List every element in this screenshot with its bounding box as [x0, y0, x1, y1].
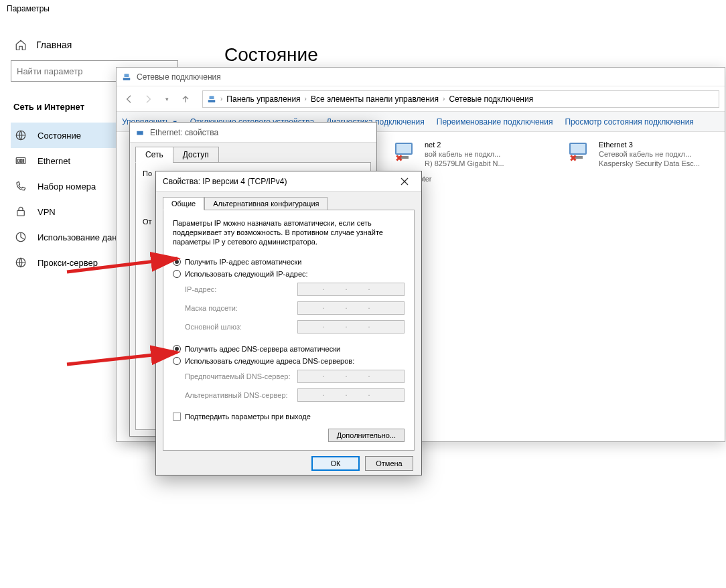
dropdown-history[interactable]: ▾ [159, 92, 174, 106]
radio-ip-manual[interactable]: Использовать следующий IP-адрес: [173, 268, 405, 280]
svg-rect-13 [210, 96, 214, 99]
radio-dns-auto[interactable]: Получить адрес DNS-сервера автоматически [173, 343, 405, 355]
ipv4-panel: Параметры IP можно назначать автоматичес… [163, 210, 415, 451]
svg-rect-4 [18, 159, 19, 163]
settings-title: Параметры [7, 4, 50, 13]
ipv4-tabs: Общие Альтернативная конфигурация [156, 192, 421, 210]
vpn-icon [15, 206, 27, 218]
settings-titlebar: Параметры [0, 0, 726, 20]
conn-status: вой кабель не подкл... [425, 149, 504, 159]
ipv4-title: Свойства: IP версии 4 (TCP/IPv4) [163, 177, 287, 186]
page-heading: Состояние [224, 44, 706, 66]
gateway-input[interactable]: . . . [297, 320, 405, 334]
ipv4-properties-dialog: Свойства: IP версии 4 (TCP/IPv4) Общие А… [155, 171, 422, 475]
dns-alt-input[interactable]: . . . [297, 388, 405, 402]
ethernet-icon [135, 128, 145, 137]
conn-adapter: R) 82579LM Gigabit N... [425, 159, 504, 168]
ip-address-input[interactable]: . . . [297, 283, 405, 296]
tab-network[interactable]: Сеть [135, 147, 173, 163]
tab-general[interactable]: Общие [163, 197, 204, 210]
chevron-right-icon: › [305, 95, 307, 102]
network-icon [207, 94, 216, 104]
field-dns-alt: Альтернативный DNS-сервер: . . . [173, 386, 405, 405]
svg-rect-5 [20, 159, 21, 163]
checkbox-label: Подтвердить параметры при выходе [185, 413, 311, 421]
explorer-addressbar: ▾ › Панель управления › Все элементы пан… [117, 86, 725, 112]
radio-icon [173, 345, 181, 353]
network-adapter-icon: ✖ [567, 140, 593, 163]
svg-rect-12 [208, 100, 216, 102]
tab-access[interactable]: Доступ [173, 147, 219, 163]
radio-label: Получить адрес DNS-сервера автоматически [185, 345, 340, 353]
conn-name: nеt 2 [425, 140, 504, 149]
nav-label: Прокси-сервер [38, 258, 98, 268]
props-titlebar[interactable]: Ethernet: свойства [130, 123, 376, 143]
radio-label: Использовать следующий IP-адрес: [185, 270, 308, 278]
svg-rect-19 [571, 144, 585, 153]
close-button[interactable] [390, 172, 419, 191]
validate-checkbox-row[interactable]: Подтвердить параметры при выходе [173, 405, 405, 421]
field-label: Альтернативный DNS-сервер: [185, 391, 288, 399]
field-label: Основной шлюз: [185, 323, 242, 331]
field-label: Предпочитаемый DNS-сервер: [185, 372, 290, 380]
back-button[interactable] [122, 92, 137, 106]
radio-icon [173, 270, 181, 278]
breadcrumb-item[interactable]: Панель управления [226, 94, 300, 104]
field-label: Маска подсети: [185, 304, 238, 312]
cancel-button[interactable]: Отмена [365, 456, 413, 471]
toolbar-rename[interactable]: Переименование подключения [437, 117, 553, 127]
field-label: IP-адрес: [185, 285, 216, 293]
field-gateway: Основной шлюз: . . . [173, 317, 405, 336]
ipv4-description: Параметры IP можно назначать автоматичес… [173, 218, 405, 246]
up-button[interactable] [178, 92, 193, 106]
connection-item[interactable]: ✖ Ethernet 3 Сетевой кабель не подкл... … [567, 140, 714, 168]
nav-label: Ethernet [38, 156, 70, 166]
tab-alternate[interactable]: Альтернативная конфигурация [204, 197, 328, 210]
explorer-title: Сетевые подключения [137, 72, 221, 82]
svg-text:✖: ✖ [569, 153, 577, 163]
connection-item[interactable]: ✖ nеt 2 вой кабель не подкл... R) 82579L… [392, 140, 540, 168]
nav-label: VPN [38, 207, 56, 217]
svg-rect-7 [17, 211, 25, 216]
network-icon [122, 72, 131, 82]
conn-adapter: Kaspersky Security Data Esc... [599, 159, 700, 168]
ok-button[interactable]: ОК [311, 456, 360, 471]
search-placeholder: Найти параметр [17, 66, 82, 76]
svg-rect-6 [23, 159, 24, 163]
svg-rect-11 [125, 74, 129, 77]
props-title: Ethernet: свойства [150, 128, 218, 137]
breadcrumb[interactable]: › Панель управления › Все элементы панел… [202, 90, 719, 108]
field-subnet-mask: Маска подсети: . . . [173, 299, 405, 317]
explorer-titlebar[interactable]: Сетевые подключения [117, 68, 725, 86]
radio-label: Использовать следующие адреса DNS-сервер… [185, 357, 354, 365]
svg-text:✖: ✖ [395, 153, 403, 163]
subnet-mask-input[interactable]: . . . [297, 301, 405, 315]
home-icon [15, 39, 27, 51]
dns-primary-input[interactable]: . . . [297, 370, 405, 383]
chevron-right-icon: › [443, 95, 445, 102]
breadcrumb-item[interactable]: Сетевые подключения [449, 94, 533, 104]
home-label: Главная [36, 40, 72, 50]
proxy-icon [15, 256, 27, 269]
advanced-button[interactable]: Дополнительно... [328, 429, 405, 442]
checkbox-icon [173, 413, 181, 421]
toolbar-viewstatus[interactable]: Просмотр состояния подключения [565, 117, 693, 127]
chevron-right-icon: › [220, 95, 222, 102]
dialog-buttons: ОК Отмена [156, 456, 421, 471]
datausage-icon [15, 231, 27, 243]
breadcrumb-item[interactable]: Все элементы панели управления [311, 94, 439, 104]
forward-button[interactable] [141, 92, 155, 106]
radio-dns-manual[interactable]: Использовать следующие адреса DNS-сервер… [173, 355, 405, 367]
field-dns-primary: Предпочитаемый DNS-сервер: . . . [173, 367, 405, 386]
ipv4-titlebar[interactable]: Свойства: IP версии 4 (TCP/IPv4) [156, 171, 421, 192]
field-ip-address: IP-адрес: . . . [173, 280, 405, 299]
svg-rect-22 [137, 131, 143, 135]
status-icon [15, 129, 27, 141]
radio-icon [173, 258, 181, 266]
dialup-icon [15, 180, 27, 192]
nav-label: Набор номера [38, 181, 96, 192]
network-adapter-icon: ✖ [392, 140, 419, 163]
home-link[interactable]: Главная [11, 33, 204, 60]
radio-ip-auto[interactable]: Получить IP-адрес автоматически [173, 256, 405, 268]
radio-icon [173, 357, 181, 365]
